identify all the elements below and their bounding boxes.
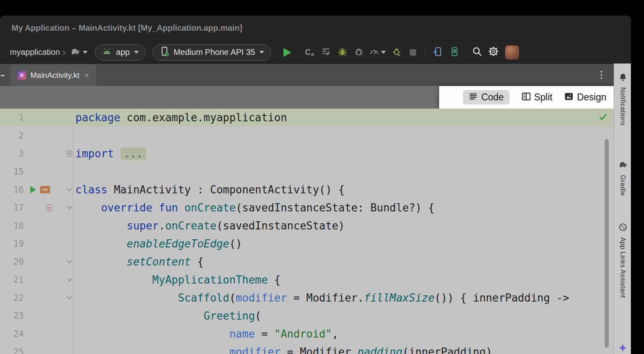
indent: [75, 238, 127, 250]
editor-scrollbar[interactable]: [605, 139, 609, 348]
code-token: ()) { innerPadding ->: [435, 292, 569, 304]
apply-changes-button[interactable]: CA: [302, 44, 318, 61]
code-token: name: [229, 328, 255, 340]
indent: [75, 256, 127, 268]
running-devices-button[interactable]: [446, 44, 463, 61]
code-line: 23 Greeting(: [0, 307, 614, 325]
fold-column: [66, 307, 73, 325]
code-line: 1package com.example.myapplication: [0, 109, 614, 127]
code-token: (: [255, 310, 261, 322]
attach-debugger-button[interactable]: [351, 44, 367, 61]
code-token: MainActivity : ComponentActivity() {: [107, 184, 345, 196]
right-tool-stripe: Notifications Gradle App Links Assistant: [614, 64, 631, 354]
fold-collapse-icon[interactable]: [67, 186, 72, 191]
view-toggle-label: Split: [534, 92, 553, 103]
code-token: [114, 148, 120, 160]
chevron-down-icon: [83, 51, 88, 54]
fold-expand-icon[interactable]: +: [66, 151, 72, 157]
code-token: Scaffold: [178, 292, 229, 304]
line-number: 23: [0, 307, 24, 325]
screen: My Application – MainActivity.kt [My_App…: [0, 0, 644, 354]
bell-icon: [618, 73, 628, 84]
line-number: 20: [0, 253, 24, 271]
profiler-button[interactable]: [367, 44, 388, 61]
stop-button[interactable]: [405, 44, 421, 61]
run-config-selector[interactable]: app: [95, 44, 145, 61]
override-gutter-icon[interactable]: ↑: [46, 204, 53, 211]
code-line: 15: [0, 163, 614, 181]
line-number: 17: [0, 199, 24, 217]
gutter-icons: [24, 217, 66, 235]
code-token: = Modifier.: [281, 346, 358, 354]
code-line: 24 name = "Android",: [0, 325, 614, 343]
code-token: = Modifier.: [287, 292, 364, 304]
run-gutter-icon[interactable]: [30, 186, 36, 193]
fold-column: +: [66, 145, 73, 163]
inspection-ok-icon[interactable]: [598, 112, 608, 124]
stripe-label: Notifications: [619, 87, 626, 126]
code-token: Greeting: [204, 310, 255, 322]
tab-options-kebab-icon[interactable]: [601, 71, 602, 79]
code-token: [152, 202, 159, 214]
close-icon[interactable]: ×: [84, 71, 89, 80]
view-toggle-split[interactable]: Split: [522, 92, 553, 103]
gradle-elephant-icon: [618, 160, 628, 171]
stop-icon: [410, 49, 416, 56]
view-mode-toggle: Code Split Design: [439, 86, 614, 109]
search-everywhere-button[interactable]: [469, 44, 485, 61]
avatar[interactable]: [505, 45, 519, 59]
fold-collapse-icon[interactable]: [67, 294, 72, 300]
code-token: class: [75, 184, 107, 196]
run-config-label: app: [116, 48, 129, 57]
device-selector[interactable]: Medium Phone API 35: [152, 44, 271, 61]
code-token: super: [127, 220, 159, 232]
stripe-label: Gradle: [619, 175, 626, 196]
view-toggle-design[interactable]: Design: [565, 92, 606, 103]
stripe-item-notifications[interactable]: Notifications: [614, 73, 631, 126]
code-line: 17↑ override fun onCreate(savedInstanceS…: [0, 199, 614, 217]
code-token: setContent: [127, 256, 191, 268]
fold-collapse-icon[interactable]: [67, 258, 72, 263]
code-editor[interactable]: 1package com.example.myapplication23+imp…: [0, 109, 614, 354]
fold-column: [66, 109, 73, 127]
class-gutter-icon[interactable]: <>: [40, 186, 50, 193]
toolbar-separator: [425, 47, 426, 58]
code-text: override fun onCreate(savedInstanceState…: [73, 199, 435, 217]
gear-icon: [488, 46, 499, 59]
code-text: class MainActivity : ComponentActivity()…: [73, 181, 345, 199]
device-label: Medium Phone API 35: [174, 48, 255, 57]
code-token: (savedInstanceState: Bundle?) {: [236, 202, 434, 214]
fold-column: [66, 253, 73, 271]
stripe-item-app-links-assistant[interactable]: App Links Assistant: [614, 222, 631, 298]
device-phone-icon: [159, 46, 170, 59]
view-toggle-code[interactable]: Code: [463, 90, 510, 104]
code-text: import ...: [73, 145, 146, 163]
collapsed-stripe-handle[interactable]: [1, 75, 5, 76]
attach-debugger-icon: [354, 47, 364, 58]
apply-code-changes-button[interactable]: [318, 44, 334, 61]
fold-collapse-icon[interactable]: [67, 276, 72, 281]
debug-button[interactable]: [334, 44, 351, 61]
code-token: import: [75, 148, 114, 160]
folded-imports[interactable]: ...: [120, 148, 146, 160]
fold-collapse-icon[interactable]: [67, 204, 72, 209]
profile-app-button[interactable]: [388, 44, 405, 61]
gutter-icons: [24, 343, 66, 354]
code-text: Greeting(: [73, 307, 261, 325]
tab-mainactivity[interactable]: K MainActivity.kt ×: [11, 64, 96, 86]
window-title: My Application – MainActivity.kt [My_App…: [11, 23, 242, 33]
chevron-down-icon: [381, 51, 386, 54]
stripe-item-gradle[interactable]: Gradle: [614, 160, 631, 196]
run-button[interactable]: [279, 44, 296, 61]
stripe-label: App Links Assistant: [619, 237, 626, 298]
stripe-item-gemini[interactable]: [614, 343, 631, 354]
code-token: {: [268, 274, 281, 286]
device-manager-button[interactable]: [430, 44, 446, 61]
fold-column: [66, 235, 73, 253]
settings-button[interactable]: [485, 44, 502, 61]
line-number: 1: [0, 109, 24, 127]
fold-column: [66, 289, 73, 307]
project-breadcrumb[interactable]: myapplication: [10, 48, 60, 57]
gradle-sync-button[interactable]: [70, 46, 88, 59]
main-toolbar: myapplication › app Medium Phone AP: [0, 41, 631, 64]
